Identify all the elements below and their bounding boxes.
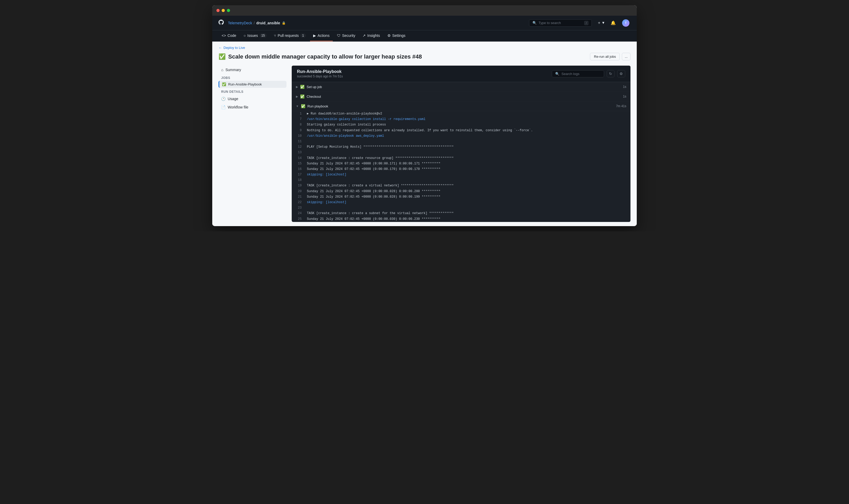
workflow-file-label: Workflow file — [228, 105, 248, 109]
log-panel-header: Run-Ansible-Playbook succeeded 5 days ag… — [292, 66, 631, 82]
step-setup-job-duration: 1s — [623, 85, 626, 89]
line-text: Sunday 21 July 2024 07:02:45 +0000 (0:00… — [305, 195, 442, 199]
issues-icon: ○ — [243, 34, 246, 38]
line-number: 9 — [292, 128, 305, 133]
tab-actions[interactable]: ▶ Actions — [310, 30, 333, 41]
log-settings-button[interactable]: ⚙ — [617, 70, 625, 77]
line-text: Sunday 21 July 2024 07:02:45 +0000 (0:00… — [305, 161, 442, 166]
notifications-button[interactable]: 🔔 — [610, 19, 617, 26]
tab-settings[interactable]: ⚙ Settings — [384, 30, 409, 41]
step-checkout-duration: 1s — [623, 95, 626, 98]
search-shortcut-badge: / — [584, 21, 588, 25]
log-header-title-area: Run-Ansible-Playbook succeeded 5 days ag… — [297, 69, 343, 78]
log-line: 18 — [292, 178, 631, 183]
line-number: 11 — [292, 139, 305, 144]
line-number: 8 — [292, 122, 305, 127]
log-refresh-button[interactable]: ↻ — [607, 70, 615, 77]
line-number: 12 — [292, 145, 305, 149]
step-success-icon: ✅ — [301, 104, 305, 108]
log-line: 8Starting galaxy collection install proc… — [292, 122, 631, 128]
log-panel-title: Run-Ansible-Playbook — [297, 69, 343, 74]
clock-icon: 🕐 — [221, 97, 225, 101]
page-title-row: ✅ Scale down middle manager capacity to … — [218, 53, 631, 60]
actions-icon: ▶ — [313, 34, 316, 38]
header-actions: ＋ ▾ 🔔 T — [596, 18, 631, 28]
job-label: Run-Ansible-Playbook — [228, 82, 262, 86]
close-button[interactable] — [216, 9, 220, 12]
log-line: 20Sunday 21 July 2024 07:02:45 +0000 (0:… — [292, 189, 631, 194]
pr-number[interactable]: #48 — [412, 53, 422, 60]
back-link[interactable]: ← Deploy to Live — [218, 46, 631, 50]
log-line: 11 — [292, 139, 631, 144]
sidebar-item-workflow-file[interactable]: 📄 Workflow file — [218, 103, 287, 111]
sidebar-job-run-ansible[interactable]: ✅ Run-Ansible-Playbook — [218, 81, 287, 88]
workflow-layout: ⌂ Summary Jobs ✅ Run-Ansible-Playbook Ru… — [218, 66, 631, 222]
page-title-right: Re-run all jobs ... — [590, 53, 631, 60]
tab-security[interactable]: 🛡 Security — [334, 30, 359, 41]
page-title-text: Scale down middle manager capacity to al… — [228, 53, 422, 60]
insights-icon: ↗ — [363, 34, 366, 38]
log-content-area: 1▶ Run dawidd6/action-ansible-playbook@v… — [292, 111, 631, 222]
profile-icon[interactable]: T — [621, 18, 631, 28]
run-details-section-label: Run details — [218, 88, 287, 95]
step-success-icon: ✅ — [300, 85, 305, 89]
minimize-button[interactable] — [222, 9, 225, 12]
log-search-input[interactable]: 🔍 Search logs — [552, 70, 604, 77]
expand-icon: ▼ — [296, 105, 299, 108]
log-line: 22skipping: [localhost] — [292, 200, 631, 205]
breadcrumb: TelemetryDeck / druid_ansible 🔒 — [228, 21, 286, 25]
fullscreen-button[interactable] — [227, 9, 230, 12]
line-number: 17 — [292, 172, 305, 177]
log-search-placeholder: Search logs — [561, 72, 579, 76]
sidebar-item-summary[interactable]: ⌂ Summary — [218, 66, 287, 74]
pr-badge: 1 — [300, 34, 306, 38]
line-text: Starting galaxy collection install proce… — [305, 122, 388, 127]
page-title-main: Scale down middle manager capacity to al… — [228, 53, 411, 60]
search-bar[interactable]: 🔍 Type to search / — [529, 19, 592, 27]
step-checkout[interactable]: ▶ ✅ Checkout 1s — [292, 92, 631, 102]
line-text: /usr/bin/ansible-playbook aws_deploy.yam… — [305, 133, 386, 139]
log-line: 17skipping: [localhost] — [292, 172, 631, 178]
rerun-all-jobs-button[interactable]: Re-run all jobs — [590, 53, 620, 60]
back-link-label: Deploy to Live — [223, 46, 245, 50]
github-logo-icon — [218, 20, 224, 26]
code-icon: <> — [222, 34, 226, 38]
sidebar-item-usage[interactable]: 🕐 Usage — [218, 95, 287, 103]
back-arrow-icon: ← — [218, 46, 222, 50]
line-number: 16 — [292, 167, 305, 172]
step-setup-job-label: Set up job — [307, 85, 623, 89]
summary-label: Summary — [225, 68, 241, 72]
log-line: 9Nothing to do. All requested collection… — [292, 128, 631, 133]
page-title-left: ✅ Scale down middle manager capacity to … — [218, 53, 422, 60]
line-number: 7 — [292, 117, 305, 122]
step-run-playbook[interactable]: ▼ ✅ Run playbook 7m 41s — [292, 102, 631, 111]
tab-pullrequests[interactable]: ⑂ Pull requests 1 — [271, 30, 309, 41]
more-options-button[interactable]: ... — [622, 53, 631, 60]
line-text: skipping: [localhost] — [305, 172, 348, 177]
file-icon: 📄 — [221, 105, 225, 109]
org-link[interactable]: TelemetryDeck — [228, 21, 252, 25]
titlebar — [212, 5, 637, 16]
tab-security-label: Security — [342, 34, 356, 38]
line-text: /usr/bin/ansible-galaxy collection insta… — [305, 117, 428, 122]
line-text: Sunday 21 July 2024 07:02:45 +0000 (0:00… — [305, 189, 442, 194]
log-line: 7/usr/bin/ansible-galaxy collection inst… — [292, 116, 631, 122]
job-success-icon: ✅ — [222, 82, 226, 86]
step-success-icon: ✅ — [300, 94, 305, 98]
step-setup-job[interactable]: ▶ ✅ Set up job 1s — [292, 82, 631, 92]
home-icon: ⌂ — [221, 68, 223, 72]
log-line: 1▶ Run dawidd6/action-ansible-playbook@v… — [292, 111, 631, 116]
line-number: 18 — [292, 178, 305, 183]
tab-code[interactable]: <> Code — [218, 30, 239, 41]
line-text: PLAY [Setup Monitoring Hosts] **********… — [305, 145, 456, 149]
pr-icon: ⑂ — [274, 34, 276, 38]
line-number: 25 — [292, 217, 305, 222]
plus-button[interactable]: ＋ ▾ — [596, 19, 606, 27]
lock-icon: 🔒 — [282, 21, 286, 25]
line-text: Sunday 21 July 2024 07:02:45 +0000 (0:00… — [305, 217, 442, 222]
tab-insights[interactable]: ↗ Insights — [359, 30, 383, 41]
main-window: TelemetryDeck / druid_ansible 🔒 🔍 Type t… — [212, 5, 637, 226]
tab-issues[interactable]: ○ Issues 15 — [240, 30, 270, 41]
repo-link[interactable]: druid_ansible — [256, 21, 280, 25]
github-header: TelemetryDeck / druid_ansible 🔒 🔍 Type t… — [212, 16, 637, 30]
